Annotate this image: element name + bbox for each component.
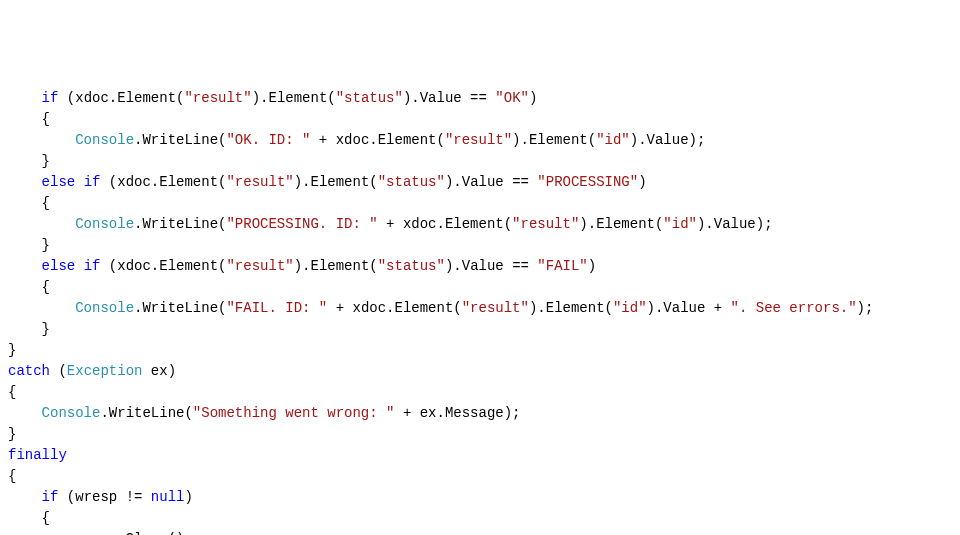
- code-line: }: [8, 153, 50, 169]
- code-line: if (xdoc.Element("result").Element("stat…: [8, 90, 537, 106]
- code-line: {: [8, 195, 50, 211]
- code-block: if (xdoc.Element("result").Element("stat…: [8, 88, 952, 535]
- code-line: Console.WriteLine("Something went wrong:…: [8, 405, 521, 421]
- code-line: {: [8, 279, 50, 295]
- code-line: else if (xdoc.Element("result").Element(…: [8, 258, 596, 274]
- code-line: wresp.Close();: [8, 531, 193, 535]
- code-line: {: [8, 111, 50, 127]
- code-line: }: [8, 426, 16, 442]
- code-line: {: [8, 384, 16, 400]
- code-line: finally: [8, 447, 67, 463]
- code-line: if (wresp != null): [8, 489, 193, 505]
- code-line: Console.WriteLine("PROCESSING. ID: " + x…: [8, 216, 773, 232]
- code-line: else if (xdoc.Element("result").Element(…: [8, 174, 647, 190]
- code-line: Console.WriteLine("OK. ID: " + xdoc.Elem…: [8, 132, 705, 148]
- code-line: }: [8, 321, 50, 337]
- code-line: Console.WriteLine("FAIL. ID: " + xdoc.El…: [8, 300, 873, 316]
- code-line: catch (Exception ex): [8, 363, 176, 379]
- code-line: }: [8, 342, 16, 358]
- code-line: {: [8, 468, 16, 484]
- code-line: }: [8, 237, 50, 253]
- code-line: {: [8, 510, 50, 526]
